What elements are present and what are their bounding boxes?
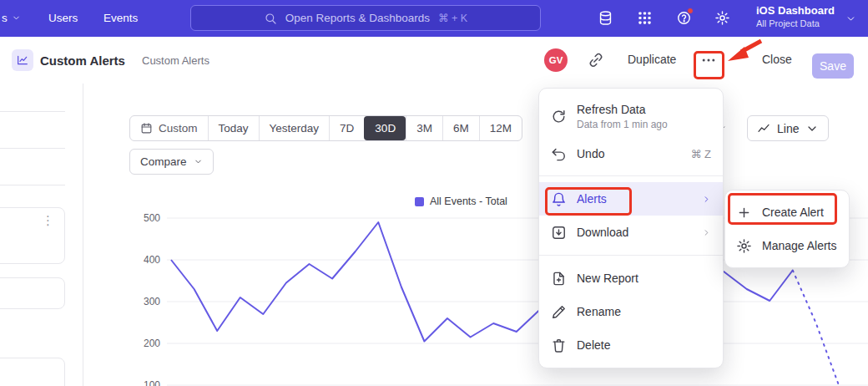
range-today[interactable]: Today <box>208 116 259 140</box>
menu-item-delete[interactable]: Delete <box>539 328 723 362</box>
chevron-down-icon <box>805 122 819 135</box>
sidebar-card[interactable]: ⋮ <box>0 207 65 264</box>
menu-item-download[interactable]: Download <box>539 216 723 249</box>
menu-item-label: Delete <box>577 338 711 352</box>
submenu-item-label: Create Alert <box>762 206 838 219</box>
submenu-item-manage-alerts[interactable]: Manage Alerts <box>725 229 849 262</box>
line-chart-icon <box>757 122 770 135</box>
chevron-down-icon <box>12 13 21 23</box>
gear-icon <box>736 238 752 254</box>
download-icon <box>551 225 567 241</box>
range-custom[interactable]: Custom <box>130 116 208 140</box>
chevron-down-icon <box>194 157 203 166</box>
legend-label: All Events - Total <box>430 196 507 207</box>
range-3m[interactable]: 3M <box>406 116 442 140</box>
range-12m[interactable]: 12M <box>479 116 522 140</box>
chevron-right-icon <box>702 195 711 204</box>
menu-item-subtitle: Data from 1 min ago <box>577 119 711 130</box>
range-30d-selected[interactable]: 30D <box>364 116 406 140</box>
undo-icon <box>551 146 567 162</box>
nav-item-label: s <box>2 12 8 24</box>
calendar-icon <box>140 122 153 135</box>
chart-legend[interactable]: All Events - Total <box>415 196 507 207</box>
date-range-group: Custom Today Yesterday 7D 30D 3M 6M 12M <box>129 115 522 141</box>
menu-item-label: Alerts <box>577 192 692 206</box>
sidebar-card[interactable] <box>0 277 65 309</box>
share-link-icon[interactable] <box>588 52 604 69</box>
report-context-menu: Refresh Data Data from 1 min ago Undo ⌘ … <box>538 88 724 368</box>
svg-text:200: 200 <box>144 338 160 349</box>
more-options-button[interactable] <box>700 52 717 69</box>
svg-text:400: 400 <box>144 254 160 266</box>
menu-item-label: Rename <box>577 305 711 318</box>
sidebar-divider <box>0 185 65 185</box>
kebab-menu-icon[interactable]: ⋮ <box>42 213 54 228</box>
project-name: iOS Dashboard <box>756 4 835 17</box>
menu-item-alerts[interactable]: Alerts <box>539 182 723 216</box>
left-sidebar: ⋮ <box>0 84 83 386</box>
menu-item-label: Download <box>577 226 692 239</box>
compare-label: Compare <box>140 155 187 168</box>
chart-type-dropdown[interactable]: Line <box>747 115 829 141</box>
nav-item-boards-partial[interactable]: s <box>2 12 21 24</box>
range-label: Custom <box>159 122 198 135</box>
alerts-submenu: Create Alert Manage Alerts <box>724 190 850 268</box>
app-root: { "topnav": { "items": [ { "label": "s" … <box>0 0 868 386</box>
range-label: 7D <box>340 122 354 135</box>
search-placeholder: Open Reports & Dashboards <box>285 12 430 24</box>
search-icon <box>264 12 277 25</box>
menu-divider <box>539 255 723 256</box>
range-6m[interactable]: 6M <box>442 116 479 140</box>
menu-item-label: Refresh Data <box>577 103 711 116</box>
range-label: 3M <box>416 122 432 135</box>
apps-grid-icon[interactable] <box>637 10 653 26</box>
pencil-icon <box>551 304 567 320</box>
svg-text:100: 100 <box>144 379 160 386</box>
save-button[interactable]: Save <box>812 53 854 79</box>
range-label: Yesterday <box>270 122 320 135</box>
chevron-down-icon <box>845 13 856 24</box>
range-label: 30D <box>375 122 396 135</box>
menu-divider <box>539 175 723 176</box>
avatar[interactable]: GV <box>544 48 568 72</box>
range-label: Today <box>219 122 249 135</box>
new-report-icon <box>551 271 567 287</box>
menu-item-undo[interactable]: Undo ⌘ Z <box>539 138 723 170</box>
menu-item-label: Undo <box>577 147 680 160</box>
project-selector[interactable]: iOS Dashboard All Project Data <box>756 4 835 28</box>
notification-dot <box>687 8 694 14</box>
menu-item-shortcut: ⌘ Z <box>690 148 711 160</box>
data-sources-icon[interactable] <box>598 10 613 26</box>
menu-item-new-report[interactable]: New Report <box>539 262 723 295</box>
nav-item-events[interactable]: Events <box>103 12 138 24</box>
menu-item-refresh-data[interactable]: Refresh Data Data from 1 min ago <box>539 94 723 138</box>
bell-icon <box>551 191 567 207</box>
legend-swatch <box>415 197 424 206</box>
range-yesterday[interactable]: Yesterday <box>259 116 330 140</box>
svg-text:500: 500 <box>144 212 160 224</box>
range-7d[interactable]: 7D <box>329 116 364 140</box>
close-button[interactable]: Close <box>762 53 792 66</box>
sidebar-divider <box>0 148 65 149</box>
submenu-item-create-alert[interactable]: Create Alert <box>725 196 849 229</box>
breadcrumb[interactable]: Custom Alerts <box>142 54 209 67</box>
sidebar-divider <box>0 111 65 112</box>
trash-icon <box>551 338 567 353</box>
report-header: Custom Alerts Custom Alerts GV Duplicate… <box>0 37 868 84</box>
page-title: Custom Alerts <box>40 53 125 68</box>
report-chart-icon <box>12 49 33 71</box>
nav-item-label: Users <box>48 12 78 24</box>
nav-item-label: Events <box>103 12 138 24</box>
duplicate-button[interactable]: Duplicate <box>628 53 676 66</box>
sidebar-card[interactable] <box>0 358 65 386</box>
project-subtitle: All Project Data <box>756 18 835 28</box>
range-label: 12M <box>490 122 512 135</box>
menu-item-rename[interactable]: Rename <box>539 295 723 328</box>
plus-icon <box>736 205 752 221</box>
gear-icon[interactable] <box>714 10 730 26</box>
global-search[interactable]: Open Reports & Dashboards ⌘ + K <box>190 5 541 31</box>
nav-item-users[interactable]: Users <box>48 12 78 24</box>
compare-button[interactable]: Compare <box>129 149 214 175</box>
submenu-item-label: Manage Alerts <box>762 239 838 252</box>
range-label: 6M <box>453 122 469 135</box>
